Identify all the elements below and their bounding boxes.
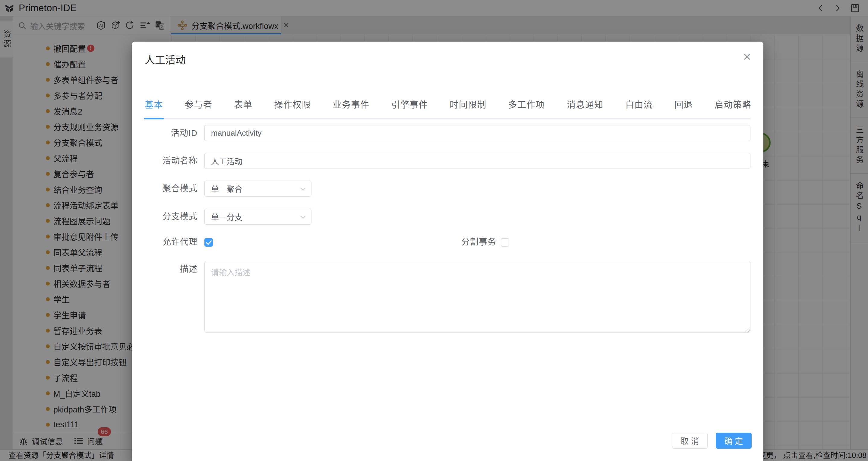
- manual-activity-dialog: 人工活动 ✕ 基本参与者表单操作权限业务事件引擎事件时间限制多工作项消息通知自由…: [132, 41, 764, 461]
- dialog-tab[interactable]: 业务事件: [333, 100, 370, 110]
- chevron-down-icon: [300, 188, 306, 190]
- split-transaction-checkbox[interactable]: [501, 238, 509, 247]
- activity-name-input[interactable]: [205, 153, 750, 169]
- dialog-tab[interactable]: 表单: [234, 100, 253, 110]
- cancel-button[interactable]: 取 消: [672, 433, 708, 449]
- dialog-tab[interactable]: 自由流: [625, 100, 653, 110]
- description-label: 描述: [143, 265, 197, 274]
- chevron-down-icon: [300, 216, 306, 219]
- activity-name-label: 活动名称: [143, 153, 197, 169]
- branch-mode-select[interactable]: 单一分支: [205, 209, 311, 225]
- dialog-tab[interactable]: 启动策略: [715, 100, 751, 110]
- aggregation-mode-label: 聚合模式: [143, 181, 197, 196]
- activity-id-input[interactable]: [205, 125, 750, 141]
- activity-id-label: 活动ID: [143, 125, 197, 141]
- app-window: Primeton-IDE 资源: [0, 0, 868, 461]
- allow-proxy-checkbox[interactable]: [205, 238, 213, 247]
- close-icon[interactable]: ✕: [743, 52, 752, 62]
- dialog-tab[interactable]: 基本: [145, 100, 163, 110]
- branch-mode-label: 分支模式: [143, 209, 197, 225]
- split-transaction-label: 分割事务: [461, 238, 496, 247]
- allow-proxy-label: 允许代理: [143, 238, 197, 247]
- description-textarea[interactable]: [205, 261, 750, 333]
- dialog-title: 人工活动: [145, 55, 186, 65]
- dialog-tab[interactable]: 参与者: [185, 100, 213, 110]
- dialog-tab[interactable]: 操作权限: [274, 100, 311, 110]
- ok-button[interactable]: 确 定: [716, 433, 752, 449]
- dialog-tab[interactable]: 消息通知: [567, 100, 603, 110]
- dialog-tab[interactable]: 时间限制: [450, 100, 487, 110]
- dialog-tabs: 基本参与者表单操作权限业务事件引擎事件时间限制多工作项消息通知自由流回退启动策略: [145, 100, 750, 119]
- aggregation-mode-select[interactable]: 单一聚合: [205, 181, 311, 196]
- branch-mode-value: 单一分支: [211, 211, 242, 222]
- dialog-tab[interactable]: 多工作项: [508, 100, 545, 110]
- aggregation-mode-value: 单一聚合: [211, 183, 242, 194]
- dialog-tab[interactable]: 引擎事件: [391, 100, 428, 110]
- dialog-tab[interactable]: 回退: [675, 100, 693, 110]
